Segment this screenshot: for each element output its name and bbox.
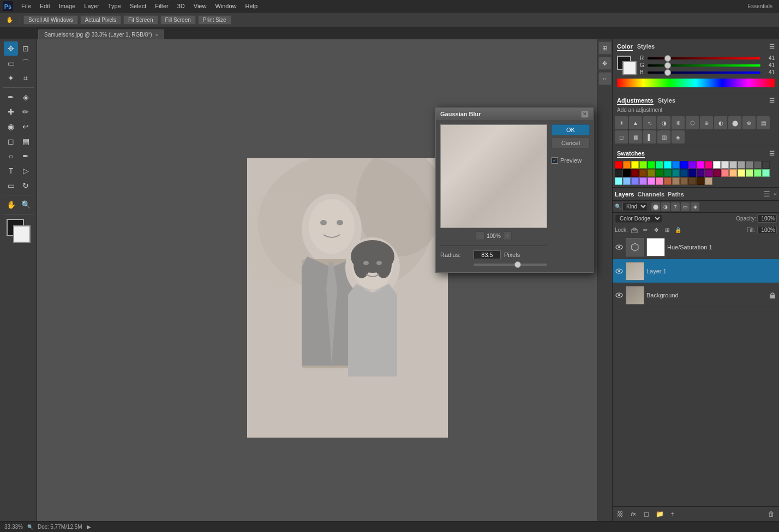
photofilter-adj-icon[interactable]: ⬤ <box>728 116 741 129</box>
menu-window[interactable]: Window <box>211 2 240 10</box>
radius-slider-thumb[interactable] <box>514 261 521 268</box>
swatch-darkbrown[interactable] <box>697 177 704 185</box>
zoom-tool-btn[interactable]: 🔍 <box>19 198 33 212</box>
swatch-indigo[interactable] <box>697 169 704 177</box>
swatch-springgreen[interactable] <box>656 161 663 169</box>
right-tool-2[interactable]: ✥ <box>598 57 612 70</box>
layer-eye-background[interactable] <box>615 291 624 300</box>
filter-adj-btn[interactable]: ◑ <box>661 202 670 211</box>
heal-tool-btn[interactable]: ✚ <box>4 105 18 119</box>
color-spectrum-bar[interactable] <box>617 79 775 87</box>
opacity-input[interactable] <box>757 214 777 223</box>
right-tool-3[interactable]: ↔ <box>598 72 612 85</box>
zoom-in-btn[interactable]: + <box>503 231 512 240</box>
channelmixer-adj-icon[interactable]: ⊗ <box>742 116 756 129</box>
swatch-salmon[interactable] <box>721 169 729 177</box>
adjustments-tab[interactable]: Adjustments <box>617 97 654 105</box>
menu-file[interactable]: File <box>17 2 35 10</box>
color-swatches-preview[interactable] <box>617 56 637 75</box>
threshold-adj-icon[interactable]: ▌ <box>643 130 656 144</box>
swatch-chartreuse[interactable] <box>639 161 647 169</box>
swatch-green[interactable] <box>648 161 655 169</box>
swatch-aquamarine[interactable] <box>762 169 770 177</box>
filter-shape-btn[interactable]: ▭ <box>681 202 690 211</box>
menu-type[interactable]: Type <box>104 2 125 10</box>
menu-select[interactable]: Select <box>126 2 151 10</box>
layer-eye-layer1[interactable] <box>615 267 624 276</box>
swatch-purple[interactable] <box>705 169 712 177</box>
swatch-lightyellow[interactable] <box>738 169 745 177</box>
rotate-tool-btn[interactable]: ↻ <box>19 178 33 193</box>
r-slider[interactable] <box>648 57 760 59</box>
blend-mode-select[interactable]: Color Dodge Normal Multiply Screen <box>615 214 662 223</box>
swatch-chocolate[interactable] <box>688 177 696 185</box>
levels-adj-icon[interactable]: ▲ <box>629 116 642 129</box>
color-box[interactable] <box>7 219 31 243</box>
channels-tab[interactable]: Channels <box>637 191 664 198</box>
layer-item-hue-saturation[interactable]: ⬡ Hue/Saturation 1 <box>613 235 779 259</box>
swatch-olive[interactable] <box>648 169 655 177</box>
doc-info-arrow[interactable]: ▶ <box>87 524 91 530</box>
swatch-burgandy[interactable] <box>713 169 721 177</box>
swatch-black[interactable] <box>623 169 631 177</box>
lasso-tool-btn[interactable]: ⌒ <box>19 56 33 70</box>
exposure-adj-icon[interactable]: ◑ <box>657 116 670 129</box>
g-slider[interactable] <box>648 64 760 67</box>
dialog-close-btn[interactable]: ✕ <box>581 110 589 118</box>
swatch-darkgray[interactable] <box>762 161 770 169</box>
swatch-silver[interactable] <box>729 161 737 169</box>
swatch-violet[interactable] <box>688 161 696 169</box>
swatch-yellow[interactable] <box>631 161 639 169</box>
selective-adj-icon[interactable]: ◈ <box>672 130 685 144</box>
layers-panel-menu[interactable]: ☰ <box>764 190 770 198</box>
menu-view[interactable]: View <box>190 2 211 10</box>
swatch-hotpink[interactable] <box>656 177 663 185</box>
swatch-orange[interactable] <box>623 161 631 169</box>
gradientmap-adj-icon[interactable]: ▥ <box>657 130 670 144</box>
layer-filter-select[interactable]: Kind <box>622 202 648 211</box>
move-tool-btn[interactable]: ✥ <box>4 41 18 56</box>
bg-color-swatch[interactable] <box>622 61 637 75</box>
zoom-out-btn[interactable]: − <box>476 231 484 240</box>
swatch-teal2[interactable] <box>664 169 672 177</box>
filter-pixel-btn[interactable]: ⬤ <box>651 202 660 211</box>
swatch-azure[interactable] <box>672 161 680 169</box>
dodge-tool-btn[interactable]: ○ <box>4 149 18 163</box>
menu-image[interactable]: Image <box>55 2 80 10</box>
hsl-adj-icon[interactable]: ⬡ <box>686 116 699 129</box>
path-tool-btn[interactable]: ▷ <box>19 164 33 178</box>
cancel-button[interactable]: Cancel <box>552 138 590 148</box>
menu-3d[interactable]: 3D <box>173 2 189 10</box>
swatch-red[interactable] <box>615 161 622 169</box>
swatch-magenta[interactable] <box>697 161 704 169</box>
eraser-tool-btn[interactable]: ◻ <box>4 134 18 148</box>
posterize-adj-icon[interactable]: ▦ <box>629 130 642 144</box>
history-brush-btn[interactable]: ↩ <box>19 119 33 134</box>
background-color[interactable] <box>13 225 31 243</box>
menu-filter[interactable]: Filter <box>151 2 172 10</box>
color-panel-menu[interactable]: ☰ <box>769 43 775 50</box>
curves-adj-icon[interactable]: ∿ <box>643 116 656 129</box>
vibrance-adj-icon[interactable]: ❋ <box>672 116 685 129</box>
fill-input[interactable] <box>757 226 777 234</box>
swatch-verydarkgray[interactable] <box>615 169 622 177</box>
filter-smartobj-btn[interactable]: ◈ <box>691 202 699 211</box>
shape-tool-btn[interactable]: ▭ <box>4 178 18 193</box>
invert-adj-icon[interactable]: ◻ <box>615 130 628 144</box>
swatch-navy[interactable] <box>688 169 696 177</box>
swatch-white[interactable] <box>713 161 721 169</box>
radius-slider-track[interactable] <box>474 264 547 266</box>
swatch-darkgreen[interactable] <box>656 169 663 177</box>
fit-screen-btn[interactable]: Fit Screen <box>123 15 158 25</box>
paths-tab[interactable]: Paths <box>668 191 684 198</box>
lock-artboard-btn[interactable]: ⊞ <box>663 225 672 234</box>
move-tool[interactable]: ✋ <box>3 13 16 26</box>
swatch-periwinkle[interactable] <box>631 177 639 185</box>
actual-pixels-btn[interactable]: Actual Pixels <box>80 15 121 25</box>
lock-image-btn[interactable]: ✏ <box>641 225 650 234</box>
colorlookup-adj-icon[interactable]: ▤ <box>757 116 770 129</box>
swatch-peach[interactable] <box>729 169 737 177</box>
tab-close[interactable]: × <box>155 32 158 38</box>
gradient-tool-btn[interactable]: ▤ <box>19 134 33 148</box>
layer-eye-hue-saturation[interactable] <box>615 243 624 252</box>
